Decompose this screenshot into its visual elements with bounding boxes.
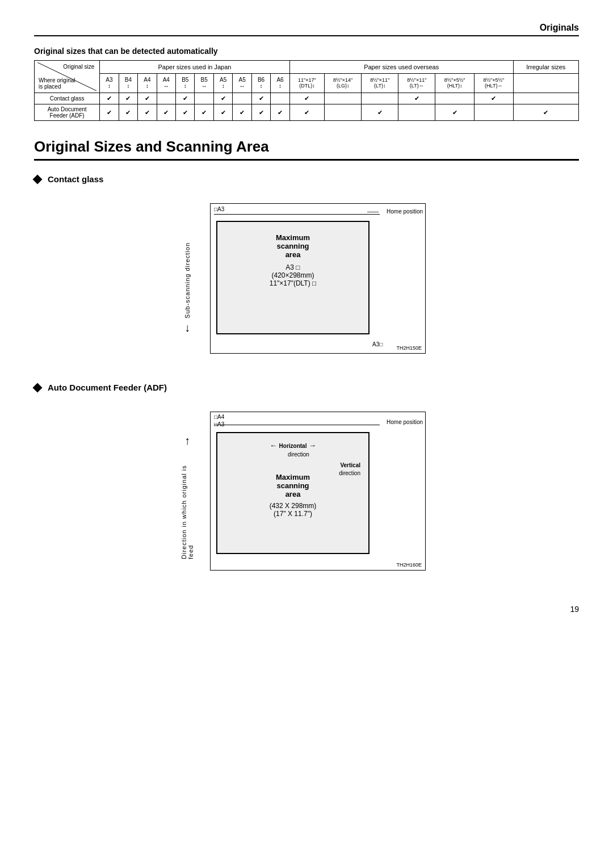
- col-8hx5h-2: 8½"×5½"(HLT)↔: [474, 73, 513, 93]
- col-11x17: 11"×17"(DTL)↕: [289, 73, 324, 93]
- col-8hx14: 8½"×14"(LG)↕: [325, 73, 362, 93]
- corner-cell: Original size Where originalis placed: [35, 61, 100, 93]
- adf-8hx11-1: ✔: [362, 104, 398, 121]
- cg-a3: ✔: [100, 93, 119, 104]
- overseas-header: Paper sizes used overseas: [289, 61, 513, 74]
- corner-top-label: Original size: [63, 64, 94, 70]
- adf-a5-1: ✔: [213, 104, 232, 121]
- adf-home-label: Home position: [387, 419, 423, 425]
- adf-a4a3-labels: □A4□A3: [214, 413, 224, 428]
- cg-home-line: [214, 214, 380, 215]
- adf-horiz-arrow: ← Horizontal → direction: [223, 441, 363, 458]
- contact-glass-row: Contact glass ✔ ✔ ✔ ✔ ✔ ✔ ✔ ✔ ✔: [35, 93, 579, 104]
- header-title: Originals: [540, 23, 579, 33]
- cg-corner-a3-label: A3□: [372, 341, 383, 347]
- adf-a4-2: ✔: [157, 104, 175, 121]
- cg-direction-arrow: ↓: [184, 321, 190, 334]
- col-a3: A3↕: [100, 73, 119, 93]
- adf-label: Auto DocumentFeeder (ADF): [35, 104, 100, 121]
- cg-8hx5h-2: ✔: [474, 93, 513, 104]
- adf-b5-1: ✔: [176, 104, 195, 121]
- adf-direction-label: Direction in which original is feed: [180, 451, 194, 559]
- adf-a3: ✔: [100, 104, 119, 121]
- contact-glass-section: Contact glass □A3 Home position —— Maxim…: [34, 174, 579, 362]
- adf-diagram-container: □A4□A3 Home position ← Horizontal → dire…: [165, 400, 448, 582]
- cg-b4: ✔: [119, 93, 137, 104]
- adf-a5-2: ✔: [233, 104, 251, 121]
- col-b6: B6↕: [251, 73, 270, 93]
- adf-section: Auto Document Feeder (ADF) □A4□A3 Home p…: [34, 383, 579, 582]
- col-b4: B4↕: [119, 73, 137, 93]
- adf-direction-arrow: ↑: [184, 434, 190, 447]
- col-a4-1: A4↕: [138, 73, 157, 93]
- adf-b6: ✔: [251, 104, 270, 121]
- cg-a5-2: [233, 93, 251, 104]
- adf-ref: TH2H160E: [396, 562, 422, 568]
- adf-8hx5h-2: [474, 104, 513, 121]
- col-8hx11-2: 8½"×11"(LT)↔: [398, 73, 435, 93]
- cg-a6: [271, 93, 289, 104]
- page-number: 19: [34, 605, 579, 614]
- adf-b5-2: ✔: [195, 104, 213, 121]
- contact-glass-diagram: □A3 Home position —— Maximum scanning ar…: [165, 192, 448, 362]
- cg-size-dlt: 11"×17"(DLT) □: [223, 279, 363, 287]
- cg-a4-1: ✔: [138, 93, 157, 104]
- adf-a4-1: ✔: [138, 104, 157, 121]
- adf-size-inches: (17" X 11.7"): [223, 510, 363, 518]
- col-a6: A6↕: [271, 73, 289, 93]
- table-section-heading: Original sizes that can be detected auto…: [34, 47, 579, 56]
- cg-scan-area-text: Maximum scanning area A3 □ (420×298mm) 1…: [217, 222, 368, 299]
- cg-outer-box: □A3 Home position —— Maximum scanning ar…: [210, 203, 426, 354]
- adf-row: Auto DocumentFeeder (ADF) ✔ ✔ ✔ ✔ ✔ ✔ ✔ …: [35, 104, 579, 121]
- adf-irr: ✔: [513, 104, 578, 121]
- col-8hx11-1: 8½"×11"(LT)↕: [362, 73, 398, 93]
- cg-b6: ✔: [251, 93, 270, 104]
- col-a5-2: A5↔: [233, 73, 251, 93]
- adf-home-line: [214, 425, 380, 425]
- adf-section-title: Auto Document Feeder (ADF): [34, 383, 579, 392]
- adf-8hx5h-1: ✔: [435, 104, 475, 121]
- diamond-icon-2: [33, 383, 43, 392]
- cg-direction-label: Sub-scanning direction: [184, 242, 191, 318]
- japan-header: Paper sizes used in Japan: [100, 61, 290, 74]
- adf-size-dims: (432 X 298mm): [223, 502, 363, 510]
- cg-a3-top-label: □A3: [214, 206, 224, 212]
- detect-table: Original size Where originalis placed Pa…: [34, 60, 579, 121]
- contact-glass-label: Contact glass: [35, 93, 100, 104]
- page-header: Originals: [34, 23, 579, 36]
- cg-irr: [513, 93, 578, 104]
- adf-a6: ✔: [271, 104, 289, 121]
- cg-size-dims: (420×298mm): [223, 271, 363, 279]
- cg-8hx11-2: ✔: [398, 93, 435, 104]
- contact-glass-diagram-container: □A3 Home position —— Maximum scanning ar…: [165, 192, 448, 362]
- adf-outer-box: □A4□A3 Home position ← Horizontal → dire…: [210, 412, 426, 571]
- cg-8hx5h-1: [435, 93, 475, 104]
- adf-8hx11-2: [398, 104, 435, 121]
- cg-b5-1: ✔: [176, 93, 195, 104]
- cg-8hx14: [325, 93, 362, 104]
- irregular-header: Irregular sizes: [513, 61, 578, 74]
- adf-11x17: ✔: [289, 104, 324, 121]
- col-8hx5h-1: 8½"×5½"(HLT)↕: [435, 73, 475, 93]
- cg-b5-2: [195, 93, 213, 104]
- diamond-icon: [33, 174, 43, 184]
- adf-direction-wrapper: ↑ Direction in which original is feed: [170, 434, 204, 559]
- col-b5-1: B5↕: [176, 73, 195, 93]
- col-a5-1: A5↕: [213, 73, 232, 93]
- cg-ref: TH2H150E: [396, 345, 422, 351]
- cg-size-a3: A3 □: [223, 263, 363, 271]
- cg-home-label: Home position: [387, 208, 423, 215]
- cg-scan-area-box: Maximum scanning area A3 □ (420×298mm) 1…: [216, 221, 370, 334]
- cg-a4-2: [157, 93, 175, 104]
- cg-direction-wrapper: Sub-scanning direction ↓: [170, 237, 204, 339]
- col-a4-2: A4↔: [157, 73, 175, 93]
- cg-a5-1: ✔: [213, 93, 232, 104]
- main-title: Original Sizes and Scanning Area: [34, 138, 579, 161]
- cg-8hx11-1: [362, 93, 398, 104]
- adf-scan-area-box: ← Horizontal → direction Vertical direct…: [216, 432, 370, 554]
- adf-vert-label: Vertical direction: [339, 462, 360, 477]
- col-irregular: [513, 73, 578, 93]
- col-b5-2: B5↔: [195, 73, 213, 93]
- adf-8hx14: [325, 104, 362, 121]
- cg-11x17: ✔: [289, 93, 324, 104]
